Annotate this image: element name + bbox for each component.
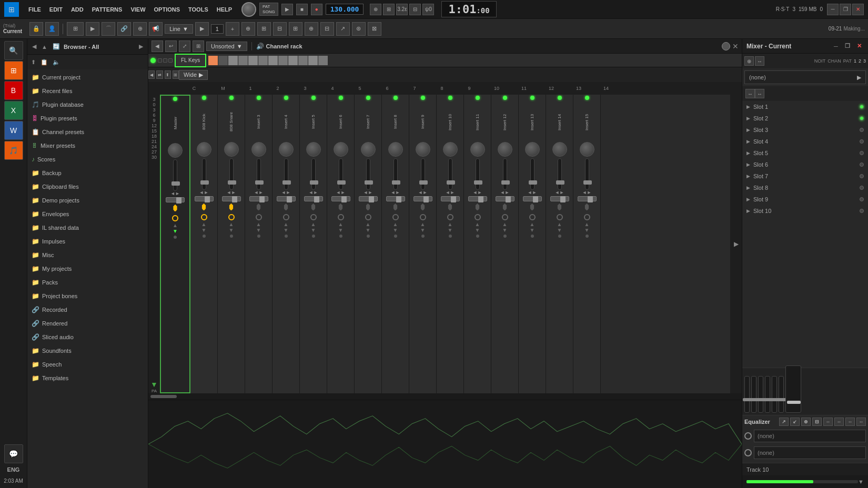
stop-button[interactable]: ■ [296,4,308,15]
wide-btn[interactable]: Wide▶ [179,70,208,80]
strip-knob-2[interactable] [224,142,239,157]
menu-patterns[interactable]: PATTERNS [89,5,126,14]
strip-knob-12[interactable] [498,142,512,157]
browser-speaker-btn[interactable]: 🔈 [51,58,62,67]
channel-strip-insert-5[interactable]: Insert 5◄►▲▼ [300,95,327,393]
strip-arrow-down-12[interactable]: ▼ [502,227,508,233]
strip-fader-9[interactable] [421,158,425,190]
strip-bottom-slider-14[interactable] [550,196,569,201]
mixer-none-dropdown[interactable]: (none) ▶ [744,70,866,84]
strip-fader-15[interactable] [585,158,589,190]
strip-fader-4[interactable] [284,158,288,190]
menu-help[interactable]: HELP [214,5,235,14]
minimize-button[interactable]: ─ [827,4,839,15]
tb-icon-6[interactable]: ⊟ [320,22,334,36]
browser-item-il-shared-data[interactable]: 📁IL shared data [27,221,148,235]
strip-arrow-up-4[interactable]: ▲ [284,221,289,227]
browser-item-speech[interactable]: 📁Speech [27,358,148,371]
tb-icon-3[interactable]: ⊟ [273,22,287,36]
strip-bottom-slider-4[interactable] [277,196,296,201]
play-button[interactable]: ▶ [281,4,293,15]
strip-fader-1[interactable] [202,158,206,190]
taskbar-brave[interactable]: B [4,81,23,100]
browser-item-rendered[interactable]: 🔗Rendered [27,317,148,330]
channel-strip-insert-12[interactable]: Insert 12◄►▲▼ [491,95,519,393]
strip-knob-6[interactable] [334,142,348,157]
menu-tools[interactable]: TOOLS [185,5,211,14]
arr-nav-snap[interactable]: ⤢ [179,40,190,52]
strip-arrow-down-2[interactable]: ▼ [229,227,234,233]
strip-fader-14[interactable] [558,158,562,190]
strip-bottom-slider-2[interactable] [222,196,241,201]
cr-vol-icon[interactable] [722,42,730,50]
fader-6[interactable] [779,376,784,413]
strip-pan-6[interactable]: ◄► [336,190,346,195]
browser-item-soundfonts[interactable]: 📁Soundfonts [27,344,148,358]
tb-icon-9[interactable]: ⊠ [368,22,381,36]
taskbar-excel[interactable]: X [4,101,23,120]
strip-arrow-up-5[interactable]: ▲ [311,221,316,227]
strip-arrow-down-15[interactable]: ▼ [584,227,590,233]
strip-arrow-up-13[interactable]: ▲ [530,221,535,227]
arr-nav-undo[interactable]: ↩ [165,40,177,52]
strip-arrow-up-10[interactable]: ▲ [448,221,453,227]
strip-knob-7[interactable] [361,142,376,157]
taskbar-fl[interactable]: 🎵 [4,141,23,160]
strip-fader-13[interactable] [530,158,534,190]
rack-scroll-left[interactable]: ▼ [150,380,158,389]
eq-btn-3[interactable]: ⊕ [801,418,811,426]
menu-add[interactable]: ADD [68,5,87,14]
slot-item-7[interactable]: ▶Slot 7 [742,170,868,182]
transport-icon-3[interactable]: 3.2ε [396,4,408,15]
browser-forward-btn[interactable]: ▶ [137,42,145,51]
eq-none-2[interactable]: (none) [754,446,866,459]
transport-icon-1[interactable]: ⊕ [370,4,381,15]
arrow-btn[interactable]: ▶ [195,22,209,36]
strip-arrow-down-1[interactable]: ▼ [201,227,207,233]
strip-bottom-slider-9[interactable] [413,196,432,201]
channel-strip-insert-3[interactable]: Insert 3◄►▲▼ [245,95,272,393]
tb-icon-8[interactable]: ⊛ [352,22,366,36]
slot-item-10[interactable]: ▶Slot 10 [742,205,868,217]
strip-knob-14[interactable] [552,142,567,157]
fader-5[interactable] [772,376,777,413]
strip-pan-0[interactable]: ◄► [170,191,180,196]
plus-btn[interactable]: + [226,22,239,36]
strip-pan-2[interactable]: ◄► [227,190,236,195]
strip-knob-4[interactable] [279,142,294,157]
record-button[interactable]: ● [311,4,322,15]
tempo-knob[interactable] [241,2,256,17]
channel-strip-insert-11[interactable]: Insert 11◄►▲▼ [464,95,491,393]
speaker-btn[interactable]: 📢 [149,22,163,36]
strip-arrow-down-0[interactable]: ▼ [173,228,178,234]
fader-3[interactable] [758,376,763,413]
strip-bottom-slider-15[interactable] [578,196,597,201]
channel-strip-808-snare[interactable]: 808 Snare◄►▲▼ [218,95,245,393]
strip-arrow-up-0[interactable]: ▲ [173,222,178,228]
channel-strip-insert-6[interactable]: Insert 6◄►▲▼ [327,95,355,393]
transport-icon-5[interactable]: ψ0 [422,4,434,15]
wide-shuffle-btn[interactable]: ⇄ [156,70,163,79]
browser-item-impulses[interactable]: 📁Impulses [27,235,148,248]
browser-item-clipboard-files[interactable]: 📁Clipboard files [27,180,148,194]
strip-bottom-slider-13[interactable] [523,196,542,201]
mix-icon-1[interactable]: ⊕ [744,56,754,66]
strip-arrow-down-9[interactable]: ▼ [420,227,426,233]
strip-pan-14[interactable]: ◄► [555,190,564,195]
browser-item-project-bones[interactable]: 📁Project bones [27,289,148,303]
browser-item-my-projects[interactable]: 📁My projects [27,262,148,276]
strip-knob-5[interactable] [306,142,321,157]
wide-back-btn[interactable]: ◀ [148,70,155,79]
fl-keys-label[interactable]: FL Keys [175,54,206,67]
mixer-maximize-btn[interactable]: ❐ [843,42,852,51]
strip-knob-8[interactable] [388,142,403,157]
browser-item-demo-projects[interactable]: 📁Demo projects [27,194,148,207]
transport-icon-4[interactable]: ⊟ [409,4,421,15]
strip-bottom-slider-5[interactable] [304,196,323,201]
channel-strip-insert-7[interactable]: Insert 7◄►▲▼ [355,95,382,393]
browser-item-sliced-audio[interactable]: 🔗Sliced audio [27,330,148,344]
strip-fader-10[interactable] [448,158,452,190]
strip-pan-9[interactable]: ◄► [418,190,428,195]
taskbar-search[interactable]: 🔍 [4,41,23,60]
eq-btn-4[interactable]: ⊟ [812,418,822,426]
